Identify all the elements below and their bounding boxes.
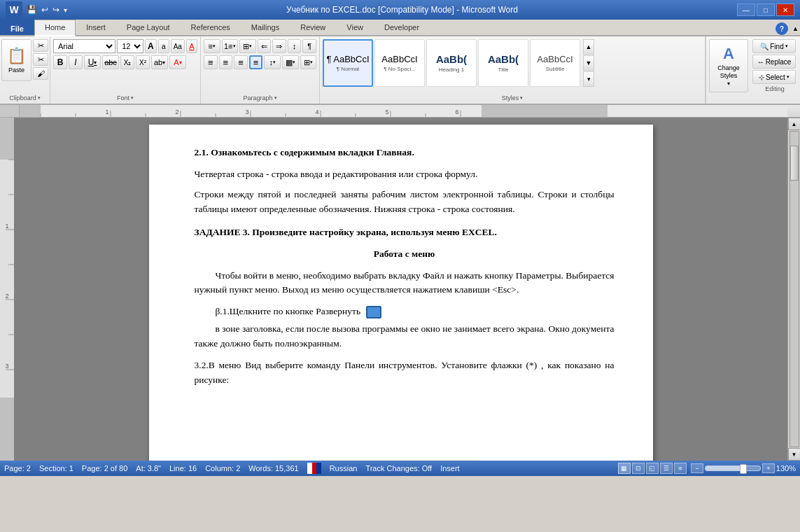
font-title: Font ▾ <box>50 94 200 102</box>
font-color-button[interactable]: A▾ <box>169 55 186 69</box>
scroll-track[interactable] <box>790 131 799 447</box>
underline-button[interactable]: U▾ <box>84 55 101 69</box>
tab-file[interactable]: File <box>0 20 34 35</box>
subscript-button[interactable]: X₂ <box>120 55 134 69</box>
minimize-button[interactable]: — <box>737 4 755 16</box>
scroll-down-button[interactable]: ▼ <box>788 448 801 461</box>
bold-button[interactable]: B <box>53 55 67 69</box>
tab-references[interactable]: References <box>181 20 241 35</box>
doc-para-2: Строки между пятой и последней заняты ра… <box>195 188 615 217</box>
tab-insert[interactable]: Insert <box>76 20 116 35</box>
replace-button[interactable]: ↔ Replace <box>752 55 796 69</box>
draft-button[interactable]: ≡ <box>674 463 687 474</box>
select-button[interactable]: ⊹ Select ▾ <box>752 70 796 84</box>
styles-more[interactable]: ▾ <box>583 71 594 87</box>
doc-task-3: ЗАДАНИЕ 3. Произведите настройку экрана,… <box>195 225 615 240</box>
superscript-button[interactable]: X² <box>136 55 150 69</box>
replace-icon: ↔ <box>757 58 764 66</box>
format-painter-button[interactable]: 🖌 <box>33 67 48 80</box>
shading-button[interactable]: ▩▾ <box>282 55 299 69</box>
redo-icon[interactable]: ↪ <box>52 5 59 15</box>
style-subtitle[interactable]: AaBbCcI Subtitle <box>530 39 580 87</box>
justify-button[interactable]: ≡ <box>249 55 263 69</box>
undo-icon[interactable]: ↩ <box>41 5 48 15</box>
maximize-button[interactable]: □ <box>757 4 775 16</box>
numbering-button[interactable]: 1≡▾ <box>222 39 239 53</box>
outline-button[interactable]: ☰ <box>660 463 673 474</box>
strikethrough-button[interactable]: abc <box>102 55 119 69</box>
line-spacing-button[interactable]: ↕▾ <box>264 55 281 69</box>
change-case-button[interactable]: Aa <box>171 39 185 53</box>
paste-button[interactable]: 📋 Paste <box>1 39 31 81</box>
clipboard-section: 📋 Paste ✂ ✂ 🖌 Clipboard ▾ <box>0 36 50 104</box>
sort-button[interactable]: ↕ <box>288 39 302 53</box>
styles-section: ¶ AaBbCcI ¶ Normal AaBbCcI ¶ No Spaci...… <box>320 36 706 104</box>
show-formatting-button[interactable]: ¶ <box>302 39 316 53</box>
align-right-button[interactable]: ≡ <box>234 55 248 69</box>
style-normal[interactable]: ¶ AaBbCcI ¶ Normal <box>323 39 373 87</box>
editing-title: Editing <box>752 85 797 92</box>
svg-text:2: 2 <box>5 293 8 300</box>
zoom-in-button[interactable]: + <box>762 463 775 473</box>
status-words: Words: 15,361 <box>248 464 298 472</box>
scroll-up-button[interactable]: ▲ <box>788 118 801 130</box>
status-language: Russian <box>330 464 358 472</box>
tab-page-layout[interactable]: Page Layout <box>116 20 181 35</box>
ruler-corner[interactable] <box>0 105 20 118</box>
grow-font-button[interactable]: A <box>145 39 156 53</box>
increase-indent-button[interactable]: ⇒ <box>272 39 286 53</box>
font-size-select[interactable]: 12 <box>117 39 143 53</box>
svg-rect-36 <box>307 463 312 474</box>
vertical-scrollbar[interactable]: ▲ ▼ <box>787 118 800 461</box>
tab-review[interactable]: Review <box>290 20 336 35</box>
styles-title: Styles ▾ <box>320 94 705 102</box>
style-heading1[interactable]: AaBb( Heading 1 <box>426 39 477 87</box>
status-insert: Insert <box>440 464 460 472</box>
find-button[interactable]: 🔍 Find ▾ <box>752 39 796 53</box>
tab-home[interactable]: Home <box>34 20 76 36</box>
style-title[interactable]: AaBb( Title <box>478 39 528 87</box>
save-icon[interactable]: 💾 <box>27 5 37 15</box>
styles-scroll-up[interactable]: ▲ <box>583 39 594 55</box>
copy-button[interactable]: ✂ <box>33 53 48 66</box>
zoom-slider[interactable] <box>705 465 761 471</box>
align-left-button[interactable]: ≡ <box>204 55 218 69</box>
svg-text:3: 3 <box>245 108 248 115</box>
decrease-indent-button[interactable]: ⇐ <box>258 39 272 53</box>
paragraph-section: ≡▾ 1≡▾ ⊞▾ ⇐ ⇒ ↕ ¶ ≡ ≡ ≡ ≡ ↕▾ ▩▾ ⊞▾ Parag… <box>201 36 320 104</box>
tab-developer[interactable]: Developer <box>374 20 430 35</box>
bullets-button[interactable]: ≡▾ <box>204 39 220 53</box>
font-name-select[interactable]: Arial <box>53 39 115 53</box>
doc-heading-2-1: 2.1. Ознакомьтесь с содержимым вкладки Г… <box>195 146 615 160</box>
borders-button[interactable]: ⊞▾ <box>300 55 317 69</box>
full-screen-button[interactable]: ⊡ <box>632 463 645 474</box>
change-styles-label: ChangeStyles <box>717 64 740 80</box>
highlight-button[interactable]: ab▾ <box>151 55 168 69</box>
help-button[interactable]: ? <box>776 22 788 35</box>
close-button[interactable]: ✕ <box>776 4 794 16</box>
web-layout-button[interactable]: ◱ <box>646 463 659 474</box>
multilevel-list-button[interactable]: ⊞▾ <box>239 39 256 53</box>
style-no-spacing[interactable]: AaBbCcI ¶ No Spaci... <box>374 39 425 87</box>
status-page: Page: 2 <box>4 464 31 472</box>
document-scroll-area[interactable]: 2.1. Ознакомьтесь с содержимым вкладки Г… <box>14 118 787 461</box>
ribbon-collapse-icon[interactable]: ▲ <box>792 25 799 32</box>
shrink-font-button[interactable]: a <box>158 39 169 53</box>
doc-subheading: Работа с меню <box>195 247 615 262</box>
change-styles-button[interactable]: A ChangeStyles ▾ <box>709 39 748 92</box>
zoom-out-button[interactable]: − <box>691 463 703 473</box>
doc-para-4: β.1.Щелкните по кнопке Развернуть в зоне… <box>195 304 615 351</box>
tab-view[interactable]: View <box>336 20 374 35</box>
scroll-thumb[interactable] <box>790 146 799 181</box>
italic-button[interactable]: I <box>69 55 83 69</box>
styles-scroll-down[interactable]: ▼ <box>583 55 594 71</box>
zoom-handle[interactable] <box>740 464 747 474</box>
align-center-button[interactable]: ≡ <box>219 55 233 69</box>
language-icon <box>307 463 321 474</box>
cut-button[interactable]: ✂ <box>33 39 48 52</box>
print-layout-button[interactable]: ▦ <box>618 463 631 474</box>
horizontal-ruler: 1 2 3 4 5 6 <box>0 105 800 118</box>
svg-text:5: 5 <box>385 108 388 115</box>
clear-formatting-button[interactable]: A <box>186 39 197 53</box>
tab-mailings[interactable]: Mailings <box>241 20 290 35</box>
